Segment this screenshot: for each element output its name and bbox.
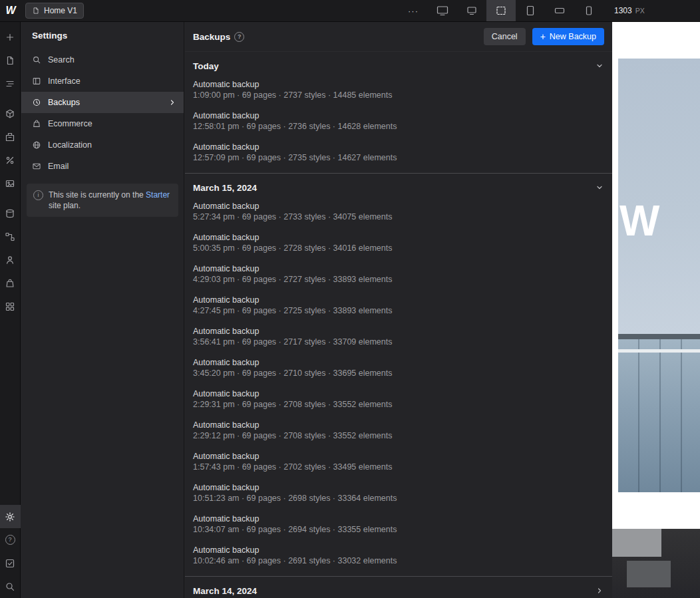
backup-entry[interactable]: Automatic backup 2:29:31 pm · 69 pages ·… bbox=[193, 388, 604, 410]
backup-entry[interactable]: Automatic backup 12:57:09 pm · 69 pages … bbox=[193, 142, 604, 163]
breakpoint-xl-button[interactable] bbox=[457, 0, 486, 21]
backup-entry-meta: 3:45:20 pm · 69 pages · 2710 styles · 33… bbox=[193, 368, 604, 378]
backup-entry-meta: 4:29:03 pm · 69 pages · 2727 styles · 33… bbox=[193, 274, 604, 285]
page-selector-button[interactable]: Home V1 bbox=[25, 3, 84, 19]
canvas-width-unit: PX bbox=[635, 7, 645, 15]
backup-entry-name: Automatic backup bbox=[193, 201, 604, 212]
backup-entry[interactable]: Automatic backup 4:27:45 pm · 69 pages ·… bbox=[193, 295, 604, 316]
backup-entry-name: Automatic backup bbox=[193, 514, 604, 524]
backups-panel-title: Backups ? bbox=[193, 32, 244, 42]
backup-entry[interactable]: Automatic backup 10:34:07 am · 69 pages … bbox=[193, 514, 604, 535]
settings-item-localization[interactable]: Localization bbox=[21, 134, 184, 156]
components-button[interactable] bbox=[0, 102, 21, 125]
scrollbar-thumb[interactable] bbox=[612, 40, 618, 526]
pages-button[interactable] bbox=[0, 49, 21, 72]
box-icon bbox=[5, 132, 15, 142]
ecommerce-button[interactable] bbox=[0, 271, 21, 295]
page-icon bbox=[5, 55, 15, 66]
backup-entry[interactable]: Automatic backup 10:51:23 am · 69 pages … bbox=[193, 482, 604, 504]
backup-entry-meta: 2:29:12 pm · 69 pages · 2708 styles · 33… bbox=[193, 430, 604, 441]
search-icon bbox=[32, 55, 41, 65]
settings-item-label: Email bbox=[48, 162, 69, 171]
section-chevron-icon bbox=[596, 587, 603, 594]
audit-button[interactable] bbox=[0, 551, 21, 575]
plus-icon: + bbox=[540, 32, 546, 41]
section-entries: Automatic backup 5:27:34 pm · 69 pages ·… bbox=[185, 201, 612, 566]
breakpoint-mobile-portrait-button[interactable] bbox=[574, 0, 604, 21]
backup-entry-meta: 4:27:45 pm · 69 pages · 2725 styles · 33… bbox=[193, 305, 604, 316]
section-title: Today bbox=[193, 61, 219, 71]
backup-entry-name: Automatic backup bbox=[193, 420, 604, 430]
users-button[interactable] bbox=[0, 248, 21, 271]
backup-entry[interactable]: Automatic backup 1:09:00 pm · 69 pages ·… bbox=[193, 79, 604, 100]
settings-item-search[interactable]: Search bbox=[21, 49, 184, 71]
backup-entry[interactable]: Automatic backup 10:02:46 am · 69 pages … bbox=[193, 545, 604, 566]
navigator-button[interactable] bbox=[0, 72, 21, 95]
envelope-icon bbox=[32, 162, 41, 171]
site-canvas: W bbox=[612, 22, 700, 598]
webflow-logo-icon[interactable]: W bbox=[0, 5, 21, 17]
backup-section: Today Automatic backup 1:09:00 pm · 69 p… bbox=[185, 52, 612, 163]
add-button[interactable] bbox=[0, 25, 21, 49]
assets-button[interactable] bbox=[0, 172, 21, 195]
desktop-dashed-icon bbox=[495, 5, 507, 17]
settings-item-email[interactable]: Email bbox=[21, 156, 184, 177]
breakpoint-xxl-button[interactable] bbox=[428, 0, 457, 21]
breakpoint-overflow-button[interactable]: ··· bbox=[399, 0, 428, 21]
new-backup-button[interactable]: + New Backup bbox=[532, 28, 604, 45]
backup-entry-meta: 1:57:43 pm · 69 pages · 2702 styles · 33… bbox=[193, 462, 604, 472]
backup-entry-meta: 10:34:07 am · 69 pages · 2694 styles · 3… bbox=[193, 524, 604, 535]
canvas-width-field[interactable]: 1303 PX bbox=[614, 6, 645, 15]
cancel-button[interactable]: Cancel bbox=[484, 28, 526, 45]
logic-button[interactable] bbox=[0, 225, 21, 248]
plus-icon bbox=[5, 32, 15, 43]
search-button[interactable] bbox=[0, 575, 21, 598]
settings-item-ecommerce[interactable]: Ecommerce bbox=[21, 113, 184, 134]
breakpoint-tablet-button[interactable] bbox=[516, 0, 545, 21]
cms-button[interactable] bbox=[0, 202, 21, 225]
image-icon bbox=[5, 178, 15, 189]
breakpoint-desktop-button[interactable] bbox=[486, 0, 516, 21]
backup-entry[interactable]: Automatic backup 3:45:20 pm · 69 pages ·… bbox=[193, 357, 604, 378]
backup-entry-meta: 12:58:01 pm · 69 pages · 2736 styles · 1… bbox=[193, 121, 604, 132]
settings-item-label: Localization bbox=[48, 140, 92, 150]
hero-heading-text: W bbox=[619, 200, 659, 242]
site-settings-button[interactable] bbox=[0, 505, 21, 528]
backup-section: March 15, 2024 Automatic backup 5:27:34 … bbox=[185, 173, 612, 566]
clock-history-icon bbox=[32, 98, 41, 107]
backup-section-header[interactable]: March 14, 2024 bbox=[185, 581, 612, 598]
backup-section-header[interactable]: March 15, 2024 bbox=[185, 178, 612, 197]
apps-button[interactable] bbox=[0, 295, 21, 318]
database-icon bbox=[5, 208, 15, 219]
backup-entry-name: Automatic backup bbox=[193, 388, 604, 399]
variables-button[interactable] bbox=[0, 148, 21, 172]
search-icon bbox=[5, 581, 15, 592]
backup-entry-meta: 3:56:41 pm · 69 pages · 2717 styles · 33… bbox=[193, 337, 604, 347]
section-title: March 15, 2024 bbox=[193, 183, 257, 193]
backup-entry[interactable]: Automatic backup 5:00:35 pm · 69 pages ·… bbox=[193, 232, 604, 253]
section-chevron-icon bbox=[596, 184, 603, 191]
plan-link[interactable]: Starter bbox=[146, 190, 170, 200]
libraries-button[interactable] bbox=[0, 125, 21, 148]
breakpoint-mobile-landscape-button[interactable] bbox=[545, 0, 574, 21]
backups-header: Backups ? Cancel + New Backup bbox=[185, 22, 612, 52]
backup-entry[interactable]: Automatic backup 2:29:12 pm · 69 pages ·… bbox=[193, 420, 604, 441]
breakpoint-bar: ··· bbox=[399, 0, 645, 21]
settings-item-backups[interactable]: Backups bbox=[21, 92, 184, 113]
settings-item-interface[interactable]: Interface bbox=[21, 71, 184, 92]
backup-entry-name: Automatic backup bbox=[193, 326, 604, 337]
backup-entry[interactable]: Automatic backup 3:56:41 pm · 69 pages ·… bbox=[193, 326, 604, 347]
help-button[interactable]: ? bbox=[0, 528, 21, 551]
hero-image: W bbox=[618, 59, 700, 339]
backups-help-icon[interactable]: ? bbox=[234, 32, 244, 42]
backup-entry[interactable]: Automatic backup 1:57:43 pm · 69 pages ·… bbox=[193, 451, 604, 472]
backup-entry-name: Automatic backup bbox=[193, 545, 604, 555]
backup-entry[interactable]: Automatic backup 4:29:03 pm · 69 pages ·… bbox=[193, 263, 604, 285]
monitor-icon bbox=[466, 5, 478, 17]
backup-entry-name: Automatic backup bbox=[193, 142, 604, 152]
backup-section-header[interactable]: Today bbox=[185, 57, 612, 75]
backup-entry[interactable]: Automatic backup 5:27:34 pm · 69 pages ·… bbox=[193, 201, 604, 222]
backup-entry-name: Automatic backup bbox=[193, 79, 604, 90]
backup-entry[interactable]: Automatic backup 12:58:01 pm · 69 pages … bbox=[193, 110, 604, 132]
backup-entry-meta: 10:51:23 am · 69 pages · 2698 styles · 3… bbox=[193, 493, 604, 504]
